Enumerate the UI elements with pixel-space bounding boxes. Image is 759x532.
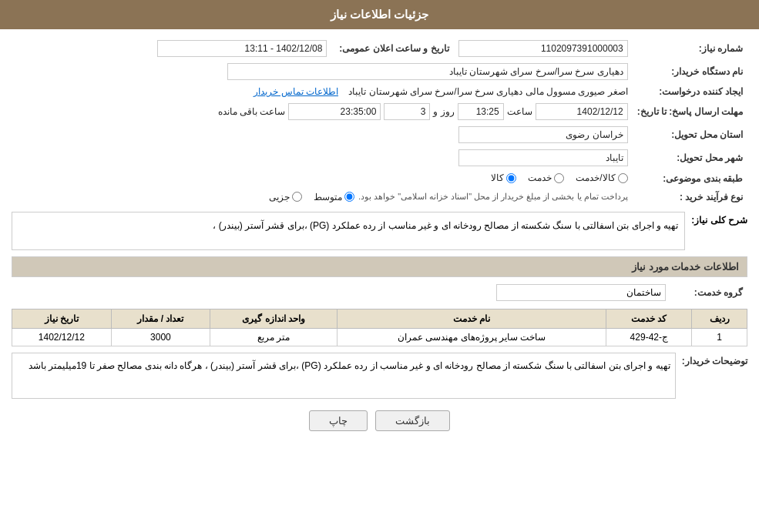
buyer-notes-label: توضیحات خریدار: (682, 353, 747, 366)
category-label-kala: کالا (491, 172, 504, 183)
response-date: 1402/12/12 (536, 103, 628, 120)
process-option-jozi[interactable]: جزیی (269, 192, 302, 202)
category-option-3[interactable]: کالا/خدمت (576, 172, 627, 183)
category-radio-kala[interactable] (506, 173, 516, 183)
contact-link[interactable]: اطلاعات تماس خریدار (254, 86, 338, 97)
service-group-table: گروه خدمت: ساختمان (12, 281, 747, 304)
province-label: استان محل تحویل: (633, 123, 747, 146)
col-header-quantity: تعداد / مقدار (111, 309, 210, 328)
need-number-value: 1102097391000003 (458, 40, 628, 57)
process-label: نوع فرآیند خرید : (633, 189, 747, 206)
col-header-code: کد خدمت (606, 309, 692, 328)
col-header-unit: واحد اندازه گیری (210, 309, 338, 328)
services-table: ردیف کد خدمت نام خدمت واحد اندازه گیری ت… (12, 309, 747, 346)
category-label: طبقه بندی موضوعی: (633, 169, 747, 189)
cell-unit: متر مربع (210, 328, 338, 346)
page-title: جزئیات اطلاعات نیاز (331, 8, 428, 21)
creator-value: اصغر صیوری مسوول مالی دهیاری سرخ سرا/سرخ… (348, 86, 627, 97)
buyer-org-label: نام دستگاه خریدار: (633, 60, 747, 83)
need-description: تهیه و اجرای بتن اسفالتی با سنگ شکسته از… (12, 212, 685, 250)
cell-date: 1402/12/12 (12, 328, 112, 346)
process-radio-mutawaset[interactable] (344, 192, 354, 202)
info-table: شماره نیاز: 1102097391000003 تاریخ و ساع… (12, 37, 747, 206)
response-time: 13:25 (458, 103, 504, 120)
service-group-value: ساختمان (496, 284, 666, 301)
buyer-notes: تهیه و اجرای بتن اسفالتی با سنگ شکسته از… (12, 353, 676, 399)
announcement-date-label: تاریخ و ساعت اعلان عمومی: (331, 37, 453, 60)
process-note: پرداخت تمام یا بخشی از مبلغ خریدار از مح… (358, 192, 628, 202)
category-option-2[interactable]: خدمت (528, 172, 564, 183)
response-remaining-label: ساعت باقی مانده (218, 106, 286, 117)
print-button[interactable]: چاپ (309, 410, 368, 431)
table-row: 1 ج-42-429 ساخت سایر پروژه‌های مهندسی عم… (12, 328, 747, 346)
announcement-date-value: 1402/12/08 - 13:11 (157, 40, 327, 57)
response-time-label: ساعت (507, 106, 532, 117)
category-radio-khadamat[interactable] (554, 173, 564, 183)
process-option-mutawaset[interactable]: متوسط (314, 192, 354, 202)
process-label-mutawaset: متوسط (314, 192, 342, 202)
need-number-label: شماره نیاز: (633, 37, 747, 60)
cell-row: 1 (692, 328, 747, 346)
category-label-kala-khadamat: کالا/خدمت (576, 172, 615, 183)
creator-label: ایجاد کننده درخواست: (633, 83, 747, 100)
services-section-title: اطلاعات خدمات مورد نیاز (12, 256, 747, 277)
city-label: شهر محل تحویل: (633, 146, 747, 169)
response-deadline-label: مهلت ارسال پاسخ: تا تاریخ: (633, 100, 747, 123)
response-days: 3 (384, 103, 430, 120)
category-label-khadamat: خدمت (528, 172, 552, 183)
category-radio-group: کالا/خدمت خدمت کالا (491, 172, 627, 183)
process-radio-jozi[interactable] (292, 192, 302, 202)
col-header-row: ردیف (692, 309, 747, 328)
service-group-label: گروه خدمت: (670, 281, 747, 304)
city-value: تایباد (458, 149, 628, 166)
cell-quantity: 3000 (111, 328, 210, 346)
col-header-date: تاریخ نیاز (12, 309, 112, 328)
buttons-row: بازگشت چاپ (12, 410, 747, 431)
response-remaining: 23:35:00 (288, 103, 381, 120)
province-value: خراسان رضوی (458, 126, 628, 143)
process-radio-group: متوسط جزیی (269, 192, 354, 202)
back-button[interactable]: بازگشت (375, 410, 450, 431)
need-description-label: شرح کلی نیاز: (691, 212, 747, 226)
buyer-org-value: دهیاری سرخ سرا/سرخ سرای شهرستان تایباد (227, 63, 628, 80)
response-days-label: روز و (433, 106, 454, 117)
cell-name: ساخت سایر پروژه‌های مهندسی عمران (337, 328, 606, 346)
category-radio-kala-khadamat[interactable] (618, 173, 628, 183)
category-option-1[interactable]: کالا (491, 172, 516, 183)
cell-code: ج-42-429 (606, 328, 692, 346)
process-label-jozi: جزیی (269, 192, 290, 202)
page-header: جزئیات اطلاعات نیاز (0, 0, 759, 29)
col-header-name: نام خدمت (337, 309, 606, 328)
